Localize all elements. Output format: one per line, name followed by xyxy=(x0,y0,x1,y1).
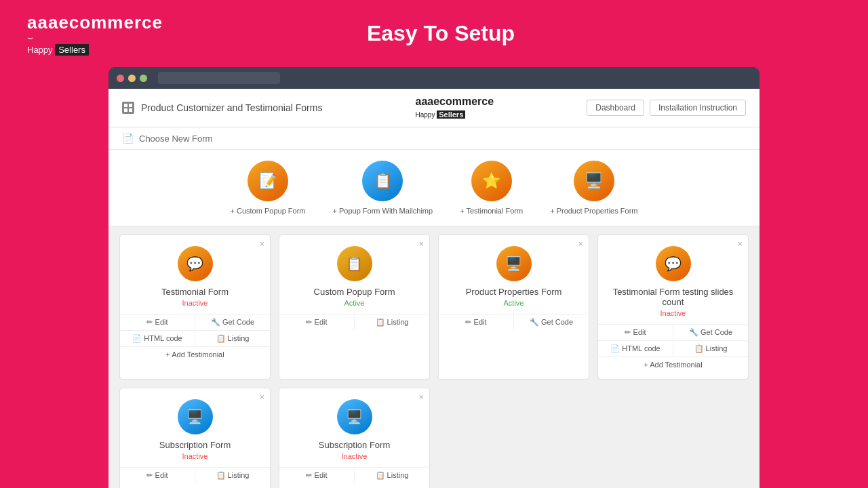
form-type-product-props[interactable]: 🖥️ + Product Properties Form xyxy=(550,161,637,215)
app-breadcrumb: Product Customizer and Testimonial Forms xyxy=(141,102,322,113)
tagline-happy: Happy xyxy=(27,45,55,55)
choose-form-section: 📄 Choose New Form xyxy=(108,127,760,150)
card-getcode-3[interactable]: 🔧 Get Code xyxy=(514,314,589,330)
form-types-bar: 📝 + Custom Popup Form 📋 + Popup Form Wit… xyxy=(108,150,760,226)
testimonial-label: + Testimonial Form xyxy=(460,207,523,215)
card-icon-wrap-1: 💬 xyxy=(128,246,262,281)
tagline-sellers: Sellers xyxy=(55,44,89,56)
card-icon-3: 🖥️ xyxy=(496,246,532,281)
card-actions-bottom-4: 📄 HTML code 📋 Listing xyxy=(598,340,748,357)
browser-dot-red[interactable] xyxy=(117,75,124,82)
card-edit-1[interactable]: ✏ Edit xyxy=(120,314,195,330)
browser-url-bar[interactable] xyxy=(158,72,280,84)
card-edit-6[interactable]: ✏ Edit xyxy=(279,468,355,483)
card-edit-5[interactable]: ✏ Edit xyxy=(120,468,195,483)
cards-row-1: × 💬 Testimonial Form Inactive ✏ Edit 🔧 G… xyxy=(108,226,760,388)
card-icon-wrap-5: 🖥️ xyxy=(128,399,262,434)
product-props-icon: 🖥️ xyxy=(574,161,614,201)
card-status-2: Active xyxy=(288,299,421,307)
app-grid-icon xyxy=(122,102,134,114)
card-actions-top-1: ✏ Edit 🔧 Get Code xyxy=(120,314,270,330)
card-htmlcode-4[interactable]: 📄 HTML code xyxy=(598,341,673,357)
form-type-popup-mailchimp[interactable]: 📋 + Popup Form With Mailchimp xyxy=(332,161,433,215)
app-logo: aaaecommerce Happy Sellers xyxy=(415,96,494,120)
card-listing-6[interactable]: 📋 Listing xyxy=(355,468,429,483)
top-bar: aaaecommerce ⌣ Happy Sellers Easy To Set… xyxy=(0,0,868,67)
document-icon: 📄 xyxy=(122,133,134,144)
card-close-4[interactable]: × xyxy=(737,239,743,248)
card-subscription-form-2: × 🖥️ Subscription Form Inactive ✏ Edit 📋… xyxy=(279,388,430,488)
card-icon-wrap-4: 💬 xyxy=(606,246,740,281)
card-edit-2[interactable]: ✏ Edit xyxy=(279,314,355,330)
card-listing-1[interactable]: 📋 Listing xyxy=(195,331,270,346)
card-testimonial-form-2: × 💬 Testimonial Form testing slides coun… xyxy=(597,235,749,380)
svg-rect-3 xyxy=(129,108,132,112)
logo-tagline: Happy Sellers xyxy=(27,45,163,55)
logo-ecommerce: ecommerce xyxy=(58,12,163,33)
installation-instruction-button[interactable]: Installation Instruction xyxy=(650,100,746,116)
card-subscription-form-1: × 🖥️ Subscription Form Inactive ✏ Edit 📋… xyxy=(119,388,271,488)
choose-form-label[interactable]: Choose New Form xyxy=(139,134,212,144)
card-actions-6: ✏ Edit 📋 Listing xyxy=(279,467,429,483)
card-title-4: Testimonial Form testing slides count xyxy=(606,287,740,307)
card-getcode-4[interactable]: 🔧 Get Code xyxy=(673,325,748,340)
card-add-testimonial-4[interactable]: + Add Testimonial xyxy=(598,357,748,372)
card-close-5[interactable]: × xyxy=(259,392,264,401)
logo-smile: ⌣ xyxy=(27,32,163,43)
card-icon-4: 💬 xyxy=(656,246,691,281)
card-close-1[interactable]: × xyxy=(259,239,264,248)
form-type-custom-popup[interactable]: 📝 + Custom Popup Form xyxy=(231,161,306,215)
svg-rect-1 xyxy=(129,104,132,107)
svg-rect-2 xyxy=(124,108,127,112)
card-title-1: Testimonial Form xyxy=(128,287,262,297)
cards-row-2: × 🖥️ Subscription Form Inactive ✏ Edit 📋… xyxy=(108,388,760,488)
card-getcode-1[interactable]: 🔧 Get Code xyxy=(195,314,270,330)
card-listing-4[interactable]: 📋 Listing xyxy=(673,341,748,357)
card-listing-2[interactable]: 📋 Listing xyxy=(355,314,429,330)
card-product-properties: × 🖥️ Product Properties Form Active ✏ Ed… xyxy=(438,235,589,380)
custom-popup-icon: 📝 xyxy=(248,161,288,201)
card-add-testimonial-1[interactable]: + Add Testimonial xyxy=(120,346,270,362)
custom-popup-label: + Custom Popup Form xyxy=(231,207,306,215)
card-htmlcode-1[interactable]: 📄 HTML code xyxy=(120,331,195,346)
card-status-6: Inactive xyxy=(288,452,421,460)
card-testimonial-form-1: × 💬 Testimonial Form Inactive ✏ Edit 🔧 G… xyxy=(119,235,271,380)
popup-mailchimp-label: + Popup Form With Mailchimp xyxy=(332,207,433,215)
logo-text: aaaecommerce xyxy=(27,12,163,33)
card-close-3[interactable]: × xyxy=(578,239,583,248)
testimonial-icon: ⭐ xyxy=(471,161,512,201)
page-main-title: Easy To Setup xyxy=(163,21,719,46)
card-icon-wrap-6: 🖥️ xyxy=(288,399,421,434)
app-logo-group: aaaecommerce Happy Sellers xyxy=(415,96,494,120)
popup-mailchimp-icon: 📋 xyxy=(362,161,403,201)
browser-dot-yellow[interactable] xyxy=(128,75,136,82)
card-icon-5: 🖥️ xyxy=(178,399,213,434)
card-edit-3[interactable]: ✏ Edit xyxy=(439,314,514,330)
card-actions-3: ✏ Edit 🔧 Get Code xyxy=(439,314,589,330)
dashboard-button[interactable]: Dashboard xyxy=(587,100,644,116)
card-custom-popup: × 📋 Custom Popup Form Active ✏ Edit 📋 Li… xyxy=(279,235,430,380)
form-type-testimonial[interactable]: ⭐ + Testimonial Form xyxy=(460,161,523,215)
app-logo-aaa: aaa xyxy=(415,96,433,107)
card-actions-bottom-1: 📄 HTML code 📋 Listing xyxy=(120,330,270,346)
card-close-6[interactable]: × xyxy=(418,392,424,401)
card-listing-5[interactable]: 📋 Listing xyxy=(195,468,270,483)
app-logo-sellers: Sellers xyxy=(437,110,465,119)
browser-dot-green[interactable] xyxy=(140,75,147,82)
card-status-4: Inactive xyxy=(606,309,740,317)
card-title-3: Product Properties Form xyxy=(447,287,580,297)
app-header: Product Customizer and Testimonial Forms… xyxy=(108,89,760,127)
browser-chrome xyxy=(108,67,760,89)
card-status-5: Inactive xyxy=(128,452,262,460)
card-actions-top-4: ✏ Edit 🔧 Get Code xyxy=(598,324,748,340)
brand-logo: aaaecommerce ⌣ Happy Sellers xyxy=(27,12,163,55)
svg-rect-0 xyxy=(124,104,127,107)
card-icon-2: 📋 xyxy=(337,246,372,281)
app-header-left: Product Customizer and Testimonial Forms xyxy=(122,102,322,114)
card-title-5: Subscription Form xyxy=(128,440,262,450)
product-props-label: + Product Properties Form xyxy=(550,207,637,215)
card-close-2[interactable]: × xyxy=(418,239,424,248)
card-edit-4[interactable]: ✏ Edit xyxy=(598,325,673,340)
app-header-buttons: Dashboard Installation Instruction xyxy=(587,100,746,116)
card-title-2: Custom Popup Form xyxy=(288,287,421,297)
